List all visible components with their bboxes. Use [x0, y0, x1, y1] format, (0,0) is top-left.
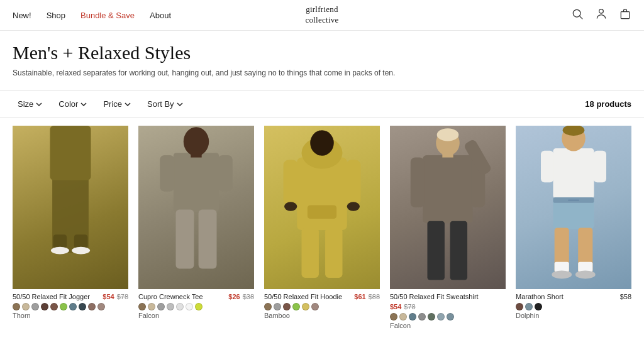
nav-new[interactable]: New! — [13, 11, 31, 20]
color-swatch[interactable] — [264, 303, 272, 310]
color-swatch[interactable] — [302, 303, 309, 310]
product-info-1: 50/50 Relaxed Fit Jogger $54 $78 Thorn — [13, 289, 128, 322]
color-swatch[interactable] — [437, 313, 445, 321]
color-swatch[interactable] — [399, 313, 407, 321]
color-swatch[interactable] — [13, 303, 20, 310]
color-swatch[interactable] — [50, 303, 58, 310]
swatches-2 — [138, 303, 254, 310]
color-swatch[interactable] — [292, 303, 300, 310]
color-swatch[interactable] — [525, 303, 533, 310]
product-image-4 — [390, 126, 506, 289]
color-swatch[interactable] — [22, 303, 30, 310]
svg-rect-13 — [176, 210, 194, 269]
color-name-5: Dolphin — [516, 312, 631, 319]
product-count: 18 products — [585, 99, 631, 109]
filter-bar: Size Color Price Sort By 18 products — [0, 90, 644, 118]
svg-point-0 — [573, 9, 580, 17]
color-swatch[interactable] — [195, 303, 203, 310]
sort-filter[interactable]: Sort By — [142, 97, 188, 111]
svg-point-22 — [347, 202, 360, 211]
swatches-1 — [13, 303, 128, 310]
color-swatch[interactable] — [186, 303, 193, 310]
price-sale-4: $54 — [390, 303, 401, 310]
svg-line-1 — [580, 16, 583, 19]
search-icon[interactable] — [571, 8, 584, 23]
product-name-5: Marathon Short — [516, 293, 564, 300]
nav-left: New! Shop Bundle & Save About — [13, 11, 171, 20]
product-name-2: Cupro Crewneck Tee — [138, 293, 203, 300]
page-header: Men's + Relaxed Styles Sustainable, rela… — [0, 31, 644, 84]
svg-rect-16 — [191, 151, 201, 158]
color-swatch[interactable] — [176, 303, 184, 310]
color-filter[interactable]: Color — [53, 97, 92, 111]
color-swatch[interactable] — [283, 303, 291, 310]
svg-rect-36 — [553, 148, 594, 198]
svg-rect-35 — [450, 221, 467, 280]
svg-rect-6 — [74, 234, 88, 248]
color-swatch[interactable] — [274, 303, 281, 310]
page-title: Men's + Relaxed Styles — [13, 42, 631, 63]
color-swatch[interactable] — [311, 303, 319, 310]
logo[interactable]: girlfriend collective — [305, 4, 338, 26]
size-filter[interactable]: Size — [13, 97, 47, 111]
user-icon[interactable] — [595, 8, 608, 23]
product-card-3[interactable]: 50/50 Relaxed Fit Hoodie $61 $88 Bamboo — [259, 126, 385, 332]
color-swatch[interactable] — [148, 303, 155, 310]
color-swatch[interactable] — [167, 303, 174, 310]
svg-point-23 — [310, 130, 334, 155]
price-only-5: $58 — [620, 293, 631, 300]
svg-rect-37 — [541, 151, 553, 183]
color-swatch[interactable] — [79, 303, 86, 310]
product-card-1[interactable]: 50/50 Relaxed Fit Jogger $54 $78 Thorn — [8, 126, 133, 332]
svg-point-46 — [552, 270, 572, 278]
nav-shop[interactable]: Shop — [47, 11, 65, 20]
product-card-4[interactable]: 50/50 Relaxed Fit Sweatshirt $54 $78 Fal… — [385, 126, 511, 332]
color-swatch[interactable] — [138, 303, 146, 310]
nav-bundle[interactable]: Bundle & Save — [80, 11, 135, 20]
color-swatch[interactable] — [41, 303, 48, 310]
svg-rect-24 — [302, 228, 319, 278]
svg-rect-44 — [555, 262, 569, 272]
color-swatch[interactable] — [88, 303, 96, 310]
svg-point-21 — [284, 202, 297, 211]
color-swatch[interactable] — [516, 303, 523, 310]
color-swatch[interactable] — [31, 303, 39, 310]
color-swatch[interactable] — [418, 313, 426, 321]
product-info-3: 50/50 Relaxed Fit Hoodie $61 $88 Bamboo — [264, 289, 380, 322]
svg-point-2 — [599, 9, 604, 14]
color-name-2: Falcon — [138, 312, 254, 319]
color-swatch[interactable] — [447, 313, 454, 321]
price-sale-1: $54 — [103, 293, 114, 300]
color-swatch[interactable] — [428, 313, 435, 321]
color-name-1: Thorn — [13, 312, 128, 319]
svg-rect-26 — [308, 205, 336, 219]
bag-icon[interactable] — [619, 8, 631, 23]
svg-rect-33 — [442, 151, 453, 158]
price-sale-3: $61 — [354, 293, 365, 300]
swatches-5 — [516, 303, 631, 310]
color-name-4: Falcon — [390, 322, 506, 329]
color-swatch[interactable] — [535, 303, 542, 310]
product-name-3: 50/50 Relaxed Fit Hoodie — [264, 293, 342, 300]
price-filter[interactable]: Price — [98, 97, 136, 111]
color-swatch[interactable] — [390, 313, 397, 321]
product-card-2[interactable]: Cupro Crewneck Tee $26 $38 Falcon — [133, 126, 259, 332]
color-swatch[interactable] — [69, 303, 77, 310]
svg-rect-10 — [174, 153, 219, 212]
svg-rect-20 — [346, 160, 360, 205]
svg-rect-27 — [423, 155, 472, 223]
color-swatch[interactable] — [157, 303, 165, 310]
product-card-5[interactable]: Marathon Short $58 Dolphin — [511, 126, 636, 332]
svg-point-47 — [575, 270, 596, 278]
color-swatch[interactable] — [409, 313, 416, 321]
price-orig-4: $78 — [404, 303, 415, 310]
svg-rect-45 — [578, 262, 592, 272]
nav-about[interactable]: About — [150, 11, 171, 20]
color-swatch[interactable] — [97, 303, 105, 310]
color-swatch[interactable] — [60, 303, 67, 310]
product-image-3 — [264, 126, 380, 289]
svg-rect-12 — [218, 155, 233, 192]
svg-rect-38 — [594, 151, 606, 183]
svg-rect-25 — [325, 228, 342, 278]
product-info-5: Marathon Short $58 Dolphin — [516, 289, 631, 322]
